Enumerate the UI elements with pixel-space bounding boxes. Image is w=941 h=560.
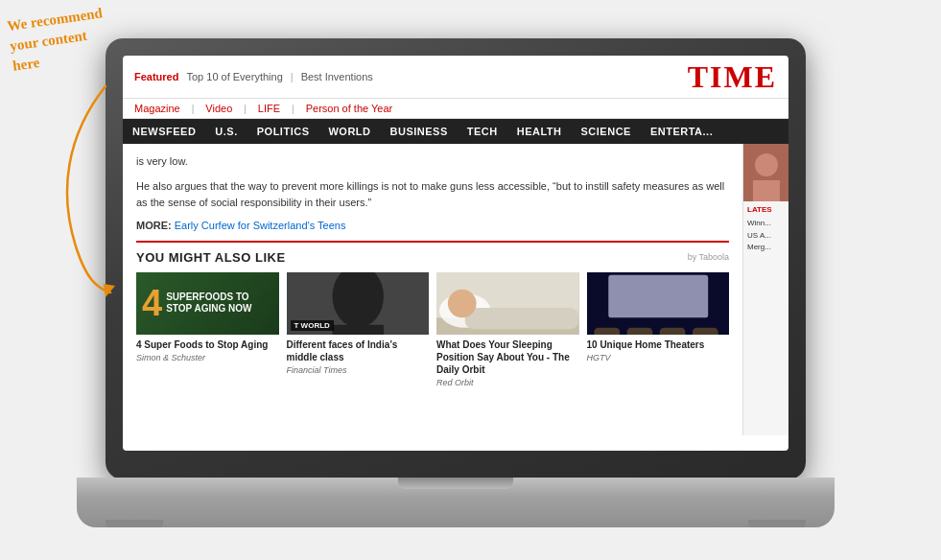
- top10-link[interactable]: Top 10 of Everything: [186, 71, 282, 82]
- rec-item-4[interactable]: 10 Unique Home Theaters HGTV: [587, 272, 730, 387]
- magazine-link[interactable]: Magazine: [134, 103, 180, 114]
- rec-title-1: 4 Super Foods to Stop Aging: [136, 338, 279, 351]
- rec-source-1: Simon & Schuster: [136, 353, 279, 362]
- rec-source-3: Red Orbit: [436, 378, 579, 387]
- you-might-title: YOU MIGHT ALSO LIKE: [136, 250, 286, 265]
- sidebar-image: [743, 144, 788, 201]
- recommendation-grid: 4 SUPERFOODS TO STOP AGING NOW 4 Super F…: [136, 272, 729, 387]
- nav-health[interactable]: HEALTH: [507, 119, 572, 144]
- time-logo[interactable]: TIME: [688, 61, 777, 92]
- nav-entertainment[interactable]: ENTERTA...: [641, 119, 722, 144]
- divider-4: |: [292, 104, 294, 114]
- browser-screen: Featured Top 10 of Everything | Best Inv…: [123, 56, 788, 451]
- sleeping-person-graphic: [436, 272, 579, 335]
- nav-business[interactable]: BUSINESS: [381, 119, 458, 144]
- life-link[interactable]: LIFE: [258, 103, 280, 114]
- svg-point-8: [448, 289, 477, 317]
- home-theater-graphic: [587, 272, 730, 335]
- nav-science[interactable]: SCIENCE: [572, 119, 641, 144]
- video-link[interactable]: Video: [205, 103, 232, 114]
- best-inventions-link[interactable]: Best Inventions: [301, 71, 373, 82]
- rec-img-1: 4 SUPERFOODS TO STOP AGING NOW: [136, 272, 279, 335]
- svg-rect-19: [692, 328, 718, 335]
- you-might-header: YOU MIGHT ALSO LIKE by Taboola: [136, 250, 729, 265]
- rec-item-1[interactable]: 4 SUPERFOODS TO STOP AGING NOW 4 Super F…: [136, 272, 279, 387]
- svg-rect-3: [332, 325, 383, 335]
- rec-img-2: T WORLD: [287, 272, 430, 335]
- rec-title-2: Different faces of India’s middle class: [287, 338, 430, 363]
- more-link-section: MORE: Early Curfew for Switzerland’s Tee…: [136, 220, 729, 231]
- rec-img-3: [436, 272, 579, 335]
- sidebar-text: LATES Winn... US A... Merg...: [743, 201, 788, 259]
- sidebar-portrait: [743, 144, 788, 201]
- svg-rect-18: [659, 328, 685, 335]
- nav-tech[interactable]: TECH: [458, 119, 507, 144]
- top-nav-links: Featured Top 10 of Everything | Best Inv…: [134, 71, 373, 82]
- rec-title-3: What Does Your Sleeping Position Say Abo…: [436, 338, 579, 376]
- rec-img-overlay-1: 4 SUPERFOODS TO STOP AGING NOW: [136, 272, 279, 335]
- t-world-badge: T WORLD: [291, 320, 334, 331]
- divider-2: |: [192, 104, 195, 114]
- sidebar-section-label: LATES: [747, 205, 785, 215]
- nav-us[interactable]: U.S.: [205, 119, 247, 144]
- rec-title-4: 10 Unique Home Theaters: [587, 338, 730, 351]
- svg-rect-17: [626, 328, 652, 335]
- time-website: Featured Top 10 of Everything | Best Inv…: [123, 56, 788, 451]
- article-area: is very low. He also argues that the way…: [123, 144, 788, 435]
- rec-img-4: [587, 272, 730, 335]
- sidebar-item-1[interactable]: Winn...: [747, 219, 785, 228]
- article-text-1: is very low.: [136, 153, 729, 171]
- svg-rect-16: [594, 328, 620, 335]
- article-text-2: He also argues that the way to prevent m…: [136, 178, 729, 212]
- laptop-foot-left: [106, 520, 163, 527]
- featured-label[interactable]: Featured: [134, 71, 178, 82]
- you-might-also-like-section: YOU MIGHT ALSO LIKE by Taboola 4 SU: [136, 241, 729, 387]
- nav-divider-1: |: [291, 71, 294, 82]
- laptop-notch: [398, 478, 513, 489]
- rec-item-3[interactable]: What Does Your Sleeping Position Say Abo…: [436, 272, 579, 387]
- sidebar-item-3[interactable]: Merg...: [747, 243, 785, 252]
- article-sidebar: LATES Winn... US A... Merg...: [742, 144, 788, 435]
- svg-rect-22: [753, 180, 780, 201]
- divider-3: |: [244, 104, 247, 114]
- svg-rect-7: [465, 308, 579, 329]
- article-main: is very low. He also argues that the way…: [123, 144, 742, 435]
- overlay-label-1: SUPERFOODS TO STOP AGING NOW: [166, 292, 272, 315]
- top-navigation: Featured Top 10 of Everything | Best Inv…: [123, 56, 788, 99]
- nav-politics[interactable]: POLITICS: [247, 119, 319, 144]
- second-navigation: Magazine | Video | LIFE | Person of the …: [123, 99, 788, 119]
- laptop-foot-right: [748, 520, 806, 527]
- main-navigation: NEWSFEED U.S. POLITICS WORLD BUSINESS TE…: [123, 119, 788, 144]
- person-of-year-link[interactable]: Person of the Year: [306, 103, 393, 114]
- taboola-label: by Taboola: [688, 252, 729, 262]
- screen-bezel: Featured Top 10 of Everything | Best Inv…: [106, 38, 806, 479]
- more-link-anchor[interactable]: Early Curfew for Switzerland’s Teens: [175, 220, 346, 231]
- nav-newsfeed[interactable]: NEWSFEED: [123, 119, 205, 144]
- big-number-4: 4: [142, 285, 162, 321]
- more-label: MORE:: [136, 220, 172, 231]
- svg-point-21: [755, 153, 778, 176]
- rec-source-2: Financial Times: [287, 365, 430, 375]
- sidebar-item-2[interactable]: US A...: [747, 231, 785, 241]
- laptop-frame: Featured Top 10 of Everything | Best Inv…: [106, 38, 835, 527]
- rec-item-2[interactable]: T WORLD Different faces of India’s middl…: [287, 272, 430, 387]
- rec-source-4: HGTV: [587, 353, 730, 362]
- recommendation-annotation: We recommend your content here: [6, 3, 109, 76]
- svg-rect-15: [608, 275, 708, 318]
- nav-world[interactable]: WORLD: [318, 119, 380, 144]
- laptop-base: [77, 478, 835, 527]
